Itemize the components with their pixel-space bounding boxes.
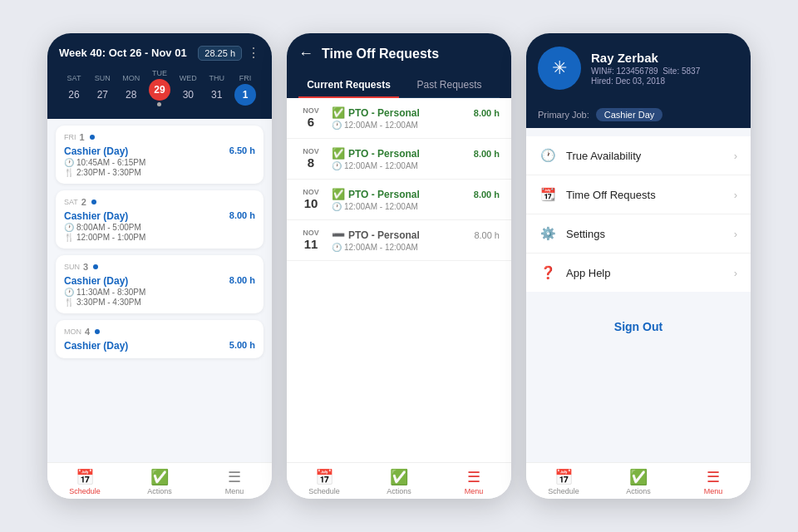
schedule-header: Week 40: Oct 26 - Nov 01 28.25 h ⋮ SAT26… [47, 33, 272, 119]
break-icon: 🍴 [64, 168, 74, 177]
time-icon: 🕐 [332, 121, 342, 130]
day-col-26[interactable]: SAT26 [61, 74, 87, 106]
sign-out-section: Sign Out [526, 300, 751, 353]
approved-icon: ✅ [332, 106, 345, 119]
schedule-item: MON4Cashier (Day)5.00 h [56, 320, 264, 358]
dots-menu[interactable]: ⋮ [247, 45, 260, 61]
schedule-footer: 📅Schedule✅Actions☰Menu [47, 462, 272, 499]
profile-footer: 📅Schedule✅Actions☰Menu [526, 462, 751, 499]
timeoff-body: NOV6✅PTO - Personal8.00 h🕐12:00AM - 12:0… [287, 98, 511, 462]
menu-item-settings[interactable]: ⚙️Settings› [526, 214, 751, 254]
chevron-right-icon: › [734, 228, 737, 240]
nav-item-menu[interactable]: ☰Menu [449, 468, 499, 495]
break-icon: 🍴 [64, 298, 74, 307]
nav-item-menu[interactable]: ☰Menu [688, 468, 738, 495]
pto-item: NOV8✅PTO - Personal8.00 h🕐12:00AM - 12:0… [287, 139, 511, 180]
schedule-item: SAT2Cashier (Day)8.00 h🕐8:00AM - 5:00PM🍴… [56, 190, 264, 249]
nav-item-actions[interactable]: ✅Actions [374, 468, 424, 495]
phone-timeoff: ← Time Off Requests Current RequestsPast… [287, 33, 511, 499]
phone-schedule: Week 40: Oct 26 - Nov 01 28.25 h ⋮ SAT26… [47, 33, 272, 499]
profile-hired: Hired: Dec 03, 2018 [591, 76, 700, 86]
clock-icon: 🕐 [64, 288, 74, 297]
primary-job-label: Primary Job: [538, 110, 589, 120]
tab-current-requests[interactable]: Current Requests [298, 72, 399, 97]
time-icon: 🕐 [332, 202, 342, 211]
menu-item-true-availability[interactable]: 🕐True Availability› [526, 136, 751, 175]
profile-info: Ray Zerbak WIN#: 123456789 Site: 5837 Hi… [591, 51, 700, 86]
profile-win: WIN#: 123456789 Site: 5837 [591, 66, 700, 76]
pto-item: NOV10✅PTO - Personal8.00 h🕐12:00AM - 12:… [287, 180, 511, 220]
menu-list: 🕐True Availability›📆Time Off Requests›⚙️… [526, 136, 751, 292]
time-icon: 🕐 [332, 161, 342, 170]
nav-item-schedule[interactable]: 📅Schedule [539, 468, 589, 495]
phones-container: Week 40: Oct 26 - Nov 01 28.25 h ⋮ SAT26… [22, 8, 776, 524]
avatar: ✳ [538, 47, 581, 90]
back-button[interactable]: ← [298, 45, 313, 62]
pending-icon: ➖ [332, 229, 345, 241]
pto-item: NOV11➖PTO - Personal8.00 h🕐12:00AM - 12:… [287, 220, 511, 261]
clock-icon: 🕐 [64, 158, 74, 167]
day-col-27[interactable]: SUN27 [89, 74, 116, 106]
break-icon: 🍴 [64, 233, 74, 242]
day-col-29[interactable]: TUE29 [146, 69, 173, 106]
profile-body: Primary Job: Cashier Day 🕐True Availabil… [526, 101, 751, 462]
chevron-right-icon: › [734, 267, 737, 279]
sign-out-button[interactable]: Sign Out [614, 320, 663, 333]
pto-item: NOV6✅PTO - Personal8.00 h🕐12:00AM - 12:0… [287, 98, 511, 139]
schedule-body: FRI1Cashier (Day)6.50 h🕐10:45AM - 6:15PM… [47, 119, 272, 462]
timeoff-footer: 📅Schedule✅Actions☰Menu [287, 462, 511, 499]
menu-item-icon: 🕐 [539, 148, 556, 163]
profile-name: Ray Zerbak [591, 51, 700, 65]
menu-item-icon: ❓ [539, 265, 556, 280]
day-col-31[interactable]: THU31 [204, 74, 230, 106]
clock-icon: 🕐 [64, 223, 74, 232]
day-col-30[interactable]: WED30 [175, 74, 201, 106]
nav-item-schedule[interactable]: 📅Schedule [60, 468, 110, 495]
tabs-row: Current RequestsPast Requests [298, 72, 500, 98]
time-icon: 🕐 [332, 243, 342, 252]
profile-header: ✳ Ray Zerbak WIN#: 123456789 Site: 5837 … [526, 33, 751, 101]
phone-profile: ✳ Ray Zerbak WIN#: 123456789 Site: 5837 … [526, 33, 751, 499]
menu-item-icon: 📆 [539, 187, 556, 202]
day-col-1[interactable]: FRI1 [232, 74, 259, 106]
nav-item-schedule[interactable]: 📅Schedule [299, 468, 349, 495]
schedule-item: SUN3Cashier (Day)8.00 h🕐11:30AM - 8:30PM… [56, 255, 264, 313]
menu-item-app-help[interactable]: ❓App Help› [526, 254, 751, 292]
timeoff-header: ← Time Off Requests Current RequestsPast… [287, 33, 511, 98]
menu-item-time-off-requests[interactable]: 📆Time Off Requests› [526, 175, 751, 214]
chevron-right-icon: › [734, 189, 737, 201]
week-label: Week 40: Oct 26 - Nov 01 [59, 47, 187, 59]
hours-badge: 28.25 h [198, 46, 242, 61]
tab-past-requests[interactable]: Past Requests [399, 72, 500, 97]
schedule-item: FRI1Cashier (Day)6.50 h🕐10:45AM - 6:15PM… [56, 126, 264, 184]
primary-job-bar: Primary Job: Cashier Day [526, 101, 751, 128]
approved-icon: ✅ [332, 188, 345, 200]
chevron-right-icon: › [734, 150, 737, 162]
day-col-28[interactable]: MON28 [118, 74, 145, 106]
nav-item-actions[interactable]: ✅Actions [135, 468, 185, 495]
day-headers: SAT26SUN27MON28TUE29WED30THU31FRI1 [59, 69, 260, 106]
approved-icon: ✅ [332, 147, 345, 160]
nav-item-actions[interactable]: ✅Actions [613, 468, 663, 495]
menu-item-icon: ⚙️ [539, 226, 556, 241]
primary-job-value: Cashier Day [596, 108, 663, 121]
page-title: Time Off Requests [322, 47, 439, 62]
nav-item-menu[interactable]: ☰Menu [209, 468, 259, 495]
